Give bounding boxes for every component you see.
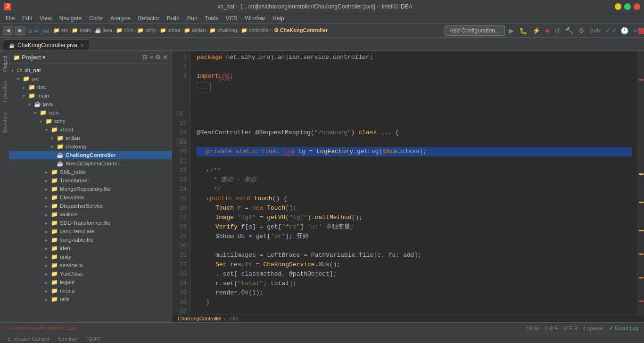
tab-close-icon[interactable]: ✕ [80, 43, 84, 48]
bc-anjian[interactable]: 📁 anjian [184, 27, 206, 33]
debug-icon[interactable]: 🐛 [517, 26, 529, 35]
tab-file-icon: ☕ [9, 43, 15, 48]
run-icon[interactable]: ▶ [507, 26, 516, 35]
project-side-tab[interactable]: Project [0, 51, 9, 76]
breadcrumb: 🗂 xh_nat › 📁 src › 📁 main › ☕ java › 📁 c… [27, 27, 328, 33]
menu-build[interactable]: Build [163, 14, 183, 23]
bc-controller[interactable]: 📁 controller [241, 27, 270, 33]
tree-item-serviceio[interactable]: ▸ 📁 service.io [9, 261, 172, 270]
tree-item-dispatcherservlet[interactable]: ▸ 📁 DispatcherServlet [9, 202, 172, 210]
close-button[interactable]: × [634, 3, 640, 10]
tree-item-classdata[interactable]: ▸ 📁 Classdata... [9, 193, 172, 202]
project-title: 📁 Project ▾ [13, 54, 45, 61]
tree-item-doc[interactable]: ▸ 📁 doc [9, 83, 172, 91]
add-configuration-button[interactable]: Add Configuration... [445, 25, 505, 36]
svn-history-icon[interactable]: 🕐 [619, 26, 630, 35]
collapse-all-icon[interactable]: ⊟ [142, 54, 148, 61]
tree-item-szhy[interactable]: ▾ 📁 szhy [9, 117, 172, 125]
menu-refactor[interactable]: Refactor [134, 14, 163, 23]
tree-item-java[interactable]: ▾ ☕ java [9, 100, 172, 108]
version-control-tab[interactable]: 9: Version Control [4, 335, 52, 343]
tree-item-yangtemplate[interactable]: ▸ 📁 yang-template [9, 227, 172, 236]
terminal-tab[interactable]: Terminal [53, 335, 81, 343]
event-log[interactable]: ✔ Event Log [609, 325, 638, 331]
tree-item-sdetransformer[interactable]: ▸ 📁 SDE-Transformer.file [9, 219, 172, 227]
tree-item-chakong[interactable]: ▾ 📁 chakong [9, 142, 172, 151]
code-line-2 [197, 62, 632, 72]
code-line-27: Verify f[s] = get["fcs"] 'u:' 单独变量; [197, 222, 632, 232]
menu-edit[interactable]: Edit [18, 14, 36, 23]
title-bar: J xh_nat – […/anjian/chakong/controller/… [0, 0, 644, 13]
minimize-button[interactable]: – [615, 3, 621, 10]
todo-tab[interactable]: TODO [82, 335, 104, 343]
tree-item-iden[interactable]: ▸ 📁 iden [9, 244, 172, 253]
settings-icon[interactable]: ⚙ [577, 26, 586, 35]
tree-item-utils[interactable]: ▸ 📁 utils [9, 295, 172, 303]
tree-item-mongorepository[interactable]: ▸ 📁 MongoRepository.file [9, 185, 172, 193]
bc-src[interactable]: 📁 src [53, 27, 68, 33]
side-tabs-left: Project Favorites Structure [0, 51, 9, 322]
tree-item-src[interactable]: ▾ 📁 src [9, 74, 172, 83]
tree-item-main[interactable]: ▾ 📁 main [9, 91, 172, 100]
menu-run[interactable]: Run [183, 14, 201, 23]
bc-com[interactable]: 📁 com [116, 27, 134, 33]
editor-bc-field[interactable]: LOG [227, 316, 238, 321]
maximize-button[interactable]: □ [624, 3, 631, 10]
tree-item-yangtable[interactable]: ▸ 📁 yang-table.file [9, 236, 172, 244]
menu-file[interactable]: File [2, 14, 18, 23]
tree-item-chakongcontroller[interactable]: ☕ ChaKongController [9, 151, 172, 159]
tree-item-logout[interactable]: ▸ 📁 logout [9, 278, 172, 286]
menu-analyze[interactable]: Analyze [107, 14, 134, 23]
rerun-icon[interactable]: ↺ [553, 26, 562, 35]
tree-item-unity[interactable]: ▸ 📁 unity [9, 253, 172, 261]
editor-bc-class[interactable]: ChaKongController [178, 316, 222, 321]
run-with-coverage-icon[interactable]: ⚡ [530, 26, 542, 35]
tree-item-smltable[interactable]: ▸ 📁 SML_table [9, 168, 172, 176]
settings-gear-icon[interactable]: ⚙ [155, 54, 161, 61]
menu-tools[interactable]: Tools [201, 14, 222, 23]
code-line-16 [197, 119, 632, 128]
tree-item-media[interactable]: ▸ 📁 media [9, 286, 172, 295]
bc-szhy[interactable]: 📁 szhy [137, 27, 156, 33]
tree-item-anjian[interactable]: ▾ 📁 anjian [9, 134, 172, 142]
tree-item-xhnat[interactable]: ▾ 📁 xhnat [9, 125, 172, 134]
tree-item-yunclass[interactable]: ▸ 📁 YunClass [9, 270, 172, 278]
stop-icon[interactable]: ■ [544, 26, 551, 35]
status-bar: ⚠ Cannot resolve symbol 'Log' 19:26 CRLF… [0, 322, 644, 334]
tree-item-wulinks[interactable]: ▸ 📁 wulinks [9, 210, 172, 219]
indent-info[interactable]: 4 spaces [583, 326, 603, 331]
tree-item-root[interactable]: ▾ 🗂 xh_nat [9, 66, 172, 74]
bc-file[interactable]: ⚙ ChaKongController [274, 27, 328, 33]
close-panel-icon[interactable]: ✕ [163, 54, 168, 61]
project-tree: ▾ 🗂 xh_nat ▾ 📁 src ▸ 📁 doc ▾ 📁 main ▾ [9, 64, 172, 322]
tree-item-wenzicontroller[interactable]: ☕ WenZiCaptchaControl... [9, 159, 172, 168]
structure-side-tab[interactable]: Structure [0, 107, 9, 138]
bc-chakong[interactable]: 📁 chakong [209, 27, 237, 33]
app-icon: J [4, 3, 11, 10]
menu-window[interactable]: Window [241, 14, 269, 23]
layout-icon[interactable]: ≡ [149, 54, 153, 61]
nav-back[interactable]: ◀ [3, 26, 13, 35]
tree-item-transformer[interactable]: ▸ 📁 Transformer [9, 176, 172, 185]
code-line-36 [197, 307, 632, 314]
build-icon[interactable]: 🔨 [563, 26, 575, 35]
bc-main[interactable]: 📁 main [72, 27, 91, 33]
bc-project[interactable]: 🗂 xh_nat [27, 28, 50, 33]
menu-help[interactable]: Help [269, 14, 288, 23]
favorites-side-tab[interactable]: Favorites [0, 76, 9, 107]
tab-chakong[interactable]: ☕ ChaKongController.java ✕ [3, 40, 90, 50]
code-area[interactable]: 1 2 3 16 17 18 19 20 21 22 23 24 25 26 2… [172, 51, 644, 314]
bc-java[interactable]: ☕ java [95, 27, 112, 33]
code-editor[interactable]: package net.szhy.proj.anjian.service.con… [191, 51, 637, 314]
menu-view[interactable]: View [36, 14, 56, 23]
status-error-text: Cannot resolve symbol 'Log' [12, 325, 77, 331]
tree-item-com[interactable]: ▾ 📁 com [9, 108, 172, 117]
menu-vcs[interactable]: VCS [222, 14, 241, 23]
menu-code[interactable]: Code [85, 14, 107, 23]
nav-forward[interactable]: ▶ [15, 26, 25, 35]
project-header: 📁 Project ▾ ⊟ ≡ ⚙ ✕ [9, 51, 172, 64]
line-ending[interactable]: CRLF · UTF-8 [545, 326, 577, 331]
menu-navigate[interactable]: Navigate [56, 14, 85, 23]
bc-xhnat[interactable]: 📁 xhnat [160, 27, 181, 33]
code-line-skip1: ... [197, 81, 632, 119]
